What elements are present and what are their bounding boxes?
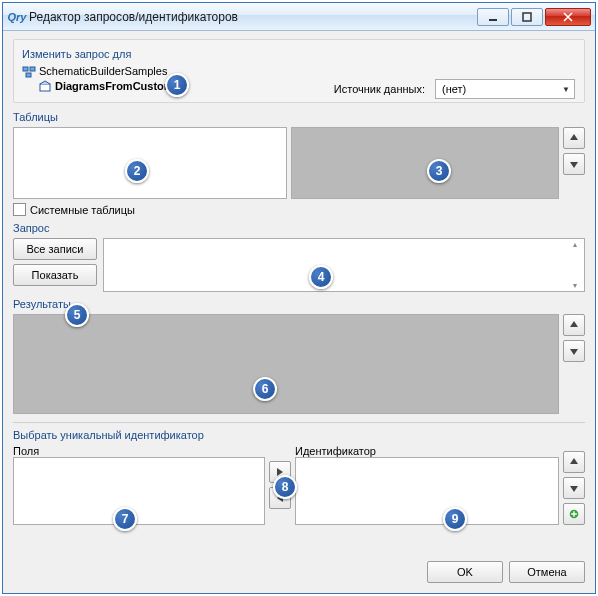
tree-root[interactable]: SchematicBuilderSamples — [22, 64, 237, 79]
tree-child-selected[interactable]: DiagramsFromCustom — [22, 79, 237, 94]
scroll-down-icon[interactable]: ▾ — [567, 281, 583, 290]
close-button[interactable] — [545, 8, 591, 26]
identifier-label: Идентификатор — [295, 445, 559, 457]
dialog-footer: OK Отмена — [13, 553, 585, 583]
system-tables-checkbox[interactable] — [13, 203, 26, 216]
tree-child-label: DiagramsFromCustom — [55, 79, 174, 94]
identifier-list[interactable] — [295, 457, 559, 525]
svg-rect-5 — [40, 84, 50, 91]
client-area: Изменить запрос для SchematicBuilderSamp… — [3, 31, 595, 593]
minimize-button[interactable] — [477, 8, 509, 26]
tables-label: Таблицы — [13, 111, 585, 123]
scrollbar[interactable]: ▴ ▾ — [567, 240, 583, 290]
uid-label: Выбрать уникальный идентификатор — [13, 429, 585, 441]
identifier-move-down-button[interactable] — [563, 477, 585, 499]
app-icon: Qry — [9, 9, 25, 25]
results-label: Результаты — [13, 298, 585, 310]
datasource-label: Источник данных: — [334, 83, 425, 95]
results-section: Результаты — [13, 296, 585, 414]
titlebar[interactable]: Qry Редактор запросов/идентификаторов — [3, 3, 595, 31]
tree-root-label: SchematicBuilderSamples — [39, 64, 167, 79]
dataset-icon — [22, 65, 36, 79]
svg-rect-4 — [26, 73, 31, 77]
change-query-label: Изменить запрос для — [22, 48, 576, 60]
identifier-move-up-button[interactable] — [563, 451, 585, 473]
tables-move-down-button[interactable] — [563, 153, 585, 175]
tables-selected-list[interactable] — [291, 127, 559, 199]
cancel-button[interactable]: Отмена — [509, 561, 585, 583]
remove-field-button[interactable] — [269, 487, 291, 509]
svg-rect-1 — [523, 13, 531, 21]
svg-rect-2 — [23, 67, 28, 71]
tables-move-up-button[interactable] — [563, 127, 585, 149]
query-section: Запрос Все записи Показать ▴ ▾ — [13, 220, 585, 292]
ok-button[interactable]: OK — [427, 561, 503, 583]
scroll-up-icon[interactable]: ▴ — [567, 240, 583, 249]
datasource-row: Источник данных: (нет) ▼ — [334, 79, 575, 99]
add-field-button[interactable] — [269, 461, 291, 483]
fields-label: Поля — [13, 445, 265, 457]
system-tables-label: Системные таблицы — [30, 204, 135, 216]
system-tables-row[interactable]: Системные таблицы — [13, 203, 585, 216]
results-move-up-button[interactable] — [563, 314, 585, 336]
svg-rect-0 — [489, 19, 497, 21]
diagram-icon — [38, 80, 52, 94]
fields-list[interactable] — [13, 457, 265, 525]
schema-tree[interactable]: SchematicBuilderSamples DiagramsFromCust… — [22, 64, 237, 94]
identifier-add-button[interactable] — [563, 503, 585, 525]
datasource-value: (нет) — [442, 83, 466, 95]
window-title: Редактор запросов/идентификаторов — [29, 10, 477, 24]
query-label: Запрос — [13, 222, 585, 234]
results-grid[interactable] — [13, 314, 559, 414]
results-move-down-button[interactable] — [563, 340, 585, 362]
maximize-button[interactable] — [511, 8, 543, 26]
tables-available-list[interactable] — [13, 127, 287, 199]
separator — [13, 422, 585, 423]
datasource-combo[interactable]: (нет) ▼ — [435, 79, 575, 99]
chevron-down-icon: ▼ — [562, 85, 570, 94]
query-editor-window: Qry Редактор запросов/идентификаторов Из… — [2, 2, 596, 594]
svg-rect-3 — [30, 67, 35, 71]
tables-section: Таблицы Системные таблицы — [13, 109, 585, 216]
query-textarea[interactable]: ▴ ▾ — [103, 238, 585, 292]
all-records-button[interactable]: Все записи — [13, 238, 97, 260]
uid-section: Выбрать уникальный идентификатор Поля Ид… — [13, 427, 585, 525]
show-button[interactable]: Показать — [13, 264, 97, 286]
